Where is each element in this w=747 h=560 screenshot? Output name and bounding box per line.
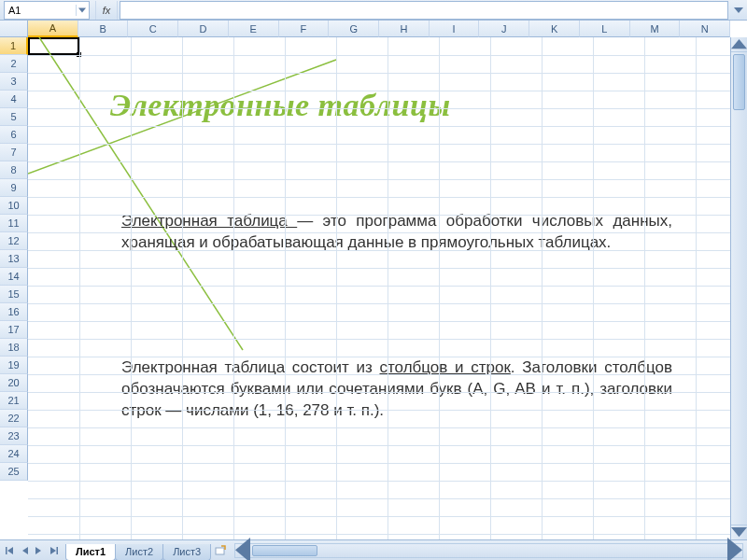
svg-rect-3 [57, 547, 59, 554]
decorative-line [28, 37, 738, 539]
row-header[interactable]: 3 [0, 73, 28, 91]
vertical-scroll-thumb[interactable] [733, 54, 745, 110]
formula-bar-expand-icon[interactable] [730, 6, 747, 15]
row-header[interactable]: 21 [0, 392, 28, 410]
row-header[interactable]: 24 [0, 445, 28, 463]
row-headers: 1234567891011121314151617181920212223242… [0, 37, 28, 539]
row-header[interactable]: 10 [0, 197, 28, 215]
column-headers: ABCDEFGHIJKLMN [28, 21, 730, 37]
column-header[interactable]: H [379, 21, 430, 37]
name-box[interactable]: A1 [4, 1, 90, 20]
row-header[interactable]: 5 [0, 108, 28, 126]
tab-nav-last-icon[interactable] [47, 542, 62, 559]
row-header[interactable]: 23 [0, 427, 28, 445]
vertical-scrollbar[interactable] [730, 37, 747, 539]
column-header[interactable]: J [479, 21, 529, 37]
scroll-left-button[interactable] [235, 544, 250, 557]
column-header[interactable]: K [529, 21, 580, 37]
svg-rect-2 [6, 547, 7, 554]
column-header[interactable]: F [279, 21, 330, 37]
horizontal-scroll-thumb[interactable] [252, 545, 317, 556]
tab-nav-next-icon[interactable] [32, 542, 47, 559]
row-header[interactable]: 12 [0, 232, 28, 250]
spreadsheet-grid: ABCDEFGHIJKLMN 1234567891011121314151617… [0, 21, 747, 539]
horizontal-scrollbar[interactable] [234, 543, 743, 558]
row-header[interactable]: 14 [0, 268, 28, 286]
sheet-tab-bar: Лист1Лист2Лист3 [0, 539, 747, 560]
name-box-dropdown-icon[interactable] [76, 5, 87, 16]
row-header[interactable]: 2 [0, 55, 28, 73]
row-header[interactable]: 19 [0, 357, 28, 374]
column-header[interactable]: L [580, 21, 630, 37]
row-header[interactable]: 22 [0, 410, 28, 427]
sheet-tabs: Лист1Лист2Лист3 [65, 540, 210, 561]
row-header[interactable]: 11 [0, 215, 28, 232]
column-header[interactable]: C [128, 21, 178, 37]
formula-input[interactable] [120, 1, 728, 20]
row-header[interactable]: 13 [0, 250, 28, 268]
row-header[interactable]: 8 [0, 161, 28, 179]
sheet-tab[interactable]: Лист2 [115, 544, 163, 561]
row-header[interactable]: 20 [0, 374, 28, 392]
name-box-value: A1 [8, 5, 21, 16]
select-all-corner[interactable] [0, 21, 28, 37]
column-header[interactable]: M [630, 21, 681, 37]
row-header[interactable]: 9 [0, 179, 28, 197]
column-header[interactable]: A [28, 21, 78, 37]
scroll-up-button[interactable] [731, 37, 747, 52]
column-header[interactable]: E [229, 21, 279, 37]
sheet-tab[interactable]: Лист3 [162, 544, 211, 561]
insert-function-button[interactable]: fx [95, 1, 118, 20]
column-header[interactable]: D [178, 21, 229, 37]
row-header[interactable]: 15 [0, 286, 28, 303]
row-header[interactable]: 17 [0, 321, 28, 339]
row-header[interactable]: 18 [0, 339, 28, 357]
row-header[interactable]: 25 [0, 463, 28, 481]
row-header[interactable]: 4 [0, 91, 28, 108]
svg-rect-4 [216, 548, 224, 554]
row-header[interactable]: 1 [0, 37, 28, 55]
tab-nav-buttons [0, 542, 62, 559]
fx-icon: fx [103, 5, 111, 16]
column-header[interactable]: I [430, 21, 480, 37]
row-header[interactable]: 7 [0, 144, 28, 161]
column-header[interactable]: B [78, 21, 129, 37]
column-header[interactable]: G [329, 21, 379, 37]
column-header[interactable]: N [680, 21, 730, 37]
row-header[interactable]: 6 [0, 126, 28, 144]
row-header[interactable]: 16 [0, 303, 28, 321]
sheet-tab[interactable]: Лист1 [65, 544, 116, 561]
formula-bar: A1 fx [0, 0, 747, 21]
scroll-right-button[interactable] [727, 544, 742, 557]
tab-nav-first-icon[interactable] [2, 542, 17, 559]
new-sheet-button[interactable] [210, 545, 231, 556]
tab-nav-prev-icon[interactable] [17, 542, 32, 559]
cells-area[interactable]: Электронные таблицы Электронная таблица … [28, 37, 730, 539]
